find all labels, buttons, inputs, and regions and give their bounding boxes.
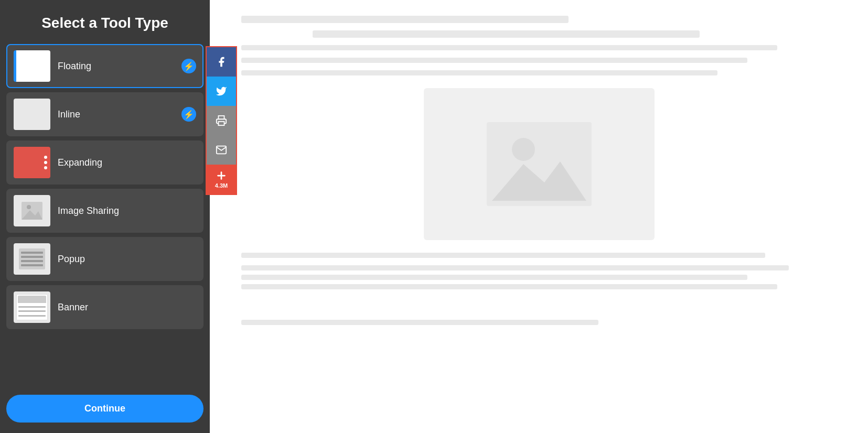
content-line-7 (241, 265, 789, 270)
facebook-share-button[interactable] (207, 47, 236, 77)
more-share-button[interactable]: 4.3M (207, 165, 236, 194)
tool-thumb-expanding (14, 147, 50, 178)
print-icon (216, 115, 227, 126)
svg-rect-3 (219, 122, 224, 125)
content-area (210, 0, 868, 433)
svg-point-7 (512, 138, 535, 161)
facebook-icon (216, 56, 227, 68)
tool-item-expanding[interactable]: Expanding (6, 140, 203, 185)
email-icon (216, 144, 227, 156)
tool-list: Floating ⚡ Inline ⚡ Expanding (0, 42, 210, 386)
tool-thumb-inline (14, 99, 50, 130)
twitter-icon (216, 85, 227, 97)
tool-thumb-popup (14, 243, 50, 275)
content-line-9 (241, 284, 777, 289)
content-spacer (241, 297, 837, 312)
more-count-label: 4.3M (215, 182, 228, 189)
sidebar-title: Select a Tool Type (0, 0, 210, 42)
content-line-1 (241, 16, 569, 23)
tool-label-inline: Inline (58, 109, 181, 120)
content-line-6 (241, 253, 765, 258)
sidebar: Select a Tool Type Floating ⚡ Inline ⚡ (0, 0, 210, 433)
tool-thumb-image-sharing (14, 195, 50, 226)
tool-label-popup: Popup (58, 254, 196, 265)
placeholder-image-icon (487, 122, 592, 206)
lightning-badge-floating: ⚡ (181, 59, 196, 73)
expanding-dots (44, 156, 47, 169)
content-line-8 (241, 275, 747, 280)
plus-icon (216, 170, 227, 181)
email-share-button[interactable] (207, 135, 236, 165)
tool-item-popup[interactable]: Popup (6, 237, 203, 281)
tool-item-inline[interactable]: Inline ⚡ (6, 92, 203, 136)
content-line-group (241, 265, 837, 289)
floating-social-widget: 4.3M (206, 46, 237, 195)
tool-label-floating: Floating (58, 61, 181, 72)
content-line-3 (241, 45, 777, 50)
tool-thumb-banner (14, 291, 50, 323)
twitter-share-button[interactable] (207, 77, 236, 106)
tool-item-floating[interactable]: Floating ⚡ (6, 44, 203, 88)
lightning-badge-inline: ⚡ (181, 107, 196, 122)
tool-label-expanding: Expanding (58, 157, 196, 168)
tool-label-image-sharing: Image Sharing (58, 205, 196, 216)
tool-thumb-floating (14, 50, 50, 82)
content-line-10 (241, 320, 598, 325)
content-image-placeholder (424, 88, 655, 240)
content-line-4 (241, 58, 747, 63)
content-line-2 (313, 30, 700, 38)
tool-item-image-sharing[interactable]: Image Sharing (6, 189, 203, 233)
content-line-5 (241, 70, 717, 75)
print-share-button[interactable] (207, 106, 236, 135)
image-sharing-icon (22, 202, 42, 220)
continue-button[interactable]: Continue (6, 395, 203, 423)
tool-label-banner: Banner (58, 302, 196, 313)
svg-point-1 (27, 205, 31, 209)
tool-item-banner[interactable]: Banner (6, 285, 203, 329)
